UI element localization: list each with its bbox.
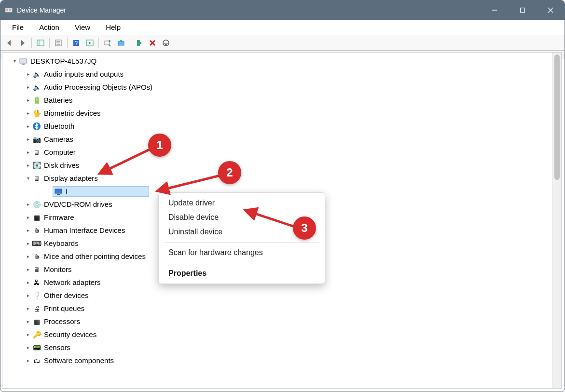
svg-rect-24 <box>22 64 25 65</box>
security-icon: 🔑 <box>32 330 41 339</box>
camera-icon: 📷 <box>32 135 41 144</box>
marker-2: 2 <box>218 161 241 184</box>
menu-action[interactable]: Action <box>31 21 67 33</box>
disable-device-button[interactable] <box>159 37 173 49</box>
close-button[interactable] <box>537 0 565 20</box>
chevron-right-icon[interactable]: ▸ <box>25 201 31 208</box>
chevron-right-icon[interactable]: ▸ <box>25 123 31 130</box>
category-node[interactable]: ▸Bluetooth <box>2 120 561 133</box>
category-label: DVD/CD-ROM drives <box>44 200 112 208</box>
category-node[interactable]: ▸💽Disk drives <box>2 159 561 172</box>
computer-root-icon <box>19 57 28 66</box>
monitor-icon: 🖥 <box>32 265 41 274</box>
category-node[interactable]: ▸🔈Audio Processing Objects (APOs) <box>2 81 561 94</box>
vertical-scrollbar[interactable] <box>552 53 561 388</box>
forward-button[interactable] <box>16 37 29 49</box>
svg-line-29 <box>157 176 220 191</box>
category-node[interactable]: ▸🖐Biometric devices <box>2 107 561 120</box>
keyboard-icon: ⌨ <box>32 239 41 248</box>
category-node[interactable]: ▸🔈Audio inputs and outputs <box>2 68 561 81</box>
chevron-right-icon[interactable]: ▸ <box>25 292 31 299</box>
category-label: Biometric devices <box>44 109 101 117</box>
chevron-right-icon[interactable]: ▸ <box>25 227 31 234</box>
chevron-right-icon[interactable]: ▸ <box>25 214 31 221</box>
speaker-icon: 🔈 <box>32 83 41 92</box>
display-icon: 🖥 <box>32 174 41 183</box>
app-icon <box>4 6 13 14</box>
minimize-button[interactable] <box>481 0 509 20</box>
category-node[interactable]: ▸🔋Batteries <box>2 94 561 107</box>
action-pane-button[interactable] <box>83 37 96 49</box>
svg-rect-19 <box>137 40 140 46</box>
back-button[interactable] <box>2 37 16 49</box>
chevron-right-icon[interactable]: ▸ <box>25 110 31 117</box>
category-label: Software components <box>44 356 114 365</box>
category-label: Monitors <box>44 265 72 273</box>
category-label: Security devices <box>44 330 96 338</box>
chevron-right-icon[interactable]: ▸ <box>25 331 31 338</box>
scan-hardware-button[interactable] <box>101 37 114 49</box>
category-node[interactable]: ▸📷Cameras <box>2 133 561 146</box>
marker-1: 1 <box>148 134 171 157</box>
chevron-down-icon[interactable]: ▾ <box>11 58 18 65</box>
chevron-right-icon[interactable]: ▸ <box>25 357 31 364</box>
ctx-properties[interactable]: Properties <box>159 266 325 281</box>
enable-device-button[interactable] <box>132 37 146 49</box>
category-node[interactable]: ▸🗂Software components <box>2 354 561 367</box>
chevron-down-icon[interactable]: ▾ <box>25 175 31 182</box>
category-node[interactable]: ▸🖨Print queues <box>2 302 561 315</box>
arrow-3 <box>240 206 298 230</box>
chevron-right-icon[interactable]: ▸ <box>25 305 31 312</box>
ctx-scan[interactable]: Scan for hardware changes <box>159 245 325 260</box>
svg-rect-23 <box>20 59 27 63</box>
ctx-divider <box>165 263 319 263</box>
other-icon: ❔ <box>32 291 41 300</box>
svg-rect-27 <box>57 194 60 195</box>
battery-icon: 🔋 <box>32 96 41 105</box>
chevron-right-icon[interactable]: ▸ <box>25 240 31 247</box>
svg-line-30 <box>245 210 294 227</box>
category-label: Print queues <box>44 304 84 312</box>
svg-rect-4 <box>521 8 525 13</box>
chevron-right-icon[interactable]: ▸ <box>25 318 31 325</box>
toolbar: ? <box>0 35 565 51</box>
mouse-icon: 🖱 <box>32 252 41 261</box>
menu-view[interactable]: View <box>67 21 98 33</box>
category-node[interactable]: ▸▦Processors <box>2 315 561 328</box>
chevron-right-icon[interactable]: ▸ <box>25 253 31 260</box>
chevron-right-icon[interactable]: ▸ <box>25 149 31 156</box>
category-label: Cameras <box>44 135 73 143</box>
chevron-right-icon[interactable]: ▸ <box>25 279 31 286</box>
menu-file[interactable]: File <box>4 21 31 33</box>
category-label: Other devices <box>44 291 89 299</box>
chevron-right-icon[interactable]: ▸ <box>25 84 31 91</box>
uninstall-device-button[interactable] <box>146 37 159 49</box>
root-node[interactable]: ▾ DESKTOP-4L537JQ <box>2 54 561 68</box>
chevron-right-icon[interactable]: ▸ <box>25 97 31 104</box>
chevron-right-icon[interactable]: ▸ <box>25 266 31 273</box>
arrow-1 <box>95 146 157 178</box>
maximize-button[interactable] <box>509 0 537 20</box>
category-node[interactable]: ▸🖥Computer <box>2 146 561 159</box>
printer-icon: 🖨 <box>32 304 41 313</box>
update-driver-button[interactable] <box>114 37 128 49</box>
help-button[interactable]: ? <box>69 37 83 49</box>
chevron-right-icon[interactable]: ▸ <box>25 162 31 169</box>
chevron-right-icon[interactable]: ▸ <box>25 71 31 78</box>
chevron-right-icon[interactable]: ▸ <box>25 136 31 143</box>
svg-rect-2 <box>9 9 11 11</box>
category-node[interactable]: ▸📟Sensors <box>2 341 561 354</box>
category-label: Keyboards <box>44 239 79 247</box>
category-node[interactable]: ▸❔Other devices <box>2 289 561 302</box>
properties-button[interactable] <box>52 37 65 49</box>
fingerprint-icon: 🖐 <box>32 109 41 118</box>
selected-device[interactable]: I <box>53 186 149 197</box>
category-label: Audio Processing Objects (APOs) <box>44 83 152 91</box>
category-node[interactable]: ▸🔑Security devices <box>2 328 561 341</box>
menu-help[interactable]: Help <box>98 21 128 33</box>
chevron-right-icon[interactable]: ▸ <box>25 344 31 351</box>
bluetooth-icon <box>32 122 41 131</box>
category-node[interactable]: ▾🖥Display adapters <box>2 172 561 185</box>
svg-line-28 <box>99 149 152 174</box>
show-hide-console-tree-button[interactable] <box>34 37 47 49</box>
